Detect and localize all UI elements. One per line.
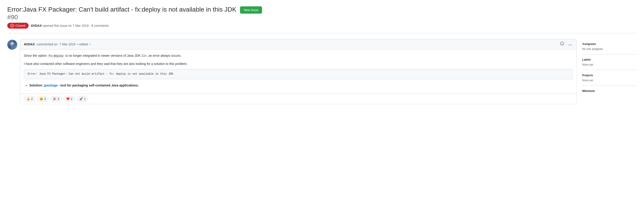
- svg-point-5: [568, 45, 569, 45]
- reaction-emoji: 😄: [40, 97, 43, 101]
- svg-point-7: [571, 45, 572, 45]
- closed-badge: Closed: [7, 23, 28, 29]
- reaction-count: 1: [84, 97, 86, 101]
- sidebar-labels: Labels None yet: [582, 54, 637, 70]
- projects-label: Projects: [582, 74, 637, 77]
- sidebar-milestone: Milestone: [582, 86, 637, 98]
- comment-block: AVDAX commented on 7 Mar 2019 • edited: [20, 39, 577, 104]
- labels-label: Labels: [582, 58, 637, 61]
- content-area: AVDAX commented on 7 Mar 2019 • edited: [7, 39, 637, 104]
- avatar: [7, 40, 17, 50]
- inline-code-fx-deploy: fx:deploy: [48, 54, 64, 58]
- labels-value: None yet: [582, 63, 637, 66]
- reaction-emoji: 🎉: [53, 97, 56, 101]
- author-link[interactable]: AVDAX: [31, 24, 42, 27]
- ellipsis-icon: [568, 44, 572, 45]
- comment-action: commented on: [36, 42, 58, 46]
- reaction-emoji: ❤️: [66, 97, 70, 101]
- body-paragraph-1: Since the option fx:deploy is no longer …: [24, 53, 573, 58]
- solution-prefix: Solution:: [29, 83, 44, 87]
- assignees-label: Assignees: [582, 42, 637, 46]
- issue-meta-text: AVDAX opened this issue on 7 Mar 2019 · …: [31, 24, 109, 27]
- issue-number: #90: [7, 14, 262, 21]
- reaction-pill[interactable]: 🚀1: [77, 96, 88, 102]
- sidebar-projects: Projects None yet: [582, 70, 637, 86]
- body-paragraph-2: I have also contacted other software eng…: [24, 61, 573, 66]
- closed-label: Closed: [16, 24, 26, 27]
- milestone-label: Milestone: [582, 89, 637, 93]
- more-options-button[interactable]: [568, 41, 573, 47]
- comment-header-left: AVDAX commented on 7 Mar 2019 • edited: [24, 42, 91, 46]
- chevron-down-icon: [88, 43, 91, 46]
- main-content: AVDAX commented on 7 Mar 2019 • edited: [7, 39, 577, 104]
- section-divider: [7, 33, 637, 33]
- comment-header: AVDAX commented on 7 Mar 2019 • edited: [20, 39, 576, 49]
- issue-title: Error:Java FX Packager: Can't build arti…: [7, 5, 236, 14]
- edited-indicator[interactable]: • edited: [77, 42, 91, 46]
- error-code-block: Error: Java FX Packager: Can not build a…: [24, 69, 573, 79]
- reaction-emoji: 👍: [26, 97, 30, 101]
- body-text-1: Since the option: [24, 54, 48, 57]
- comment-author[interactable]: AVDAX: [24, 42, 35, 46]
- comment-outer: AVDAX commented on 7 Mar 2019 • edited: [7, 39, 577, 104]
- body-text-2: is no longer integrated in newer version…: [64, 54, 182, 57]
- emoji-reaction-button[interactable]: [559, 41, 565, 47]
- reaction-pill[interactable]: 😄2: [37, 96, 48, 102]
- avatar-image: [7, 40, 17, 50]
- page-header: Error:Java FX Packager: Can't build arti…: [7, 5, 637, 21]
- solution-list: Solution: jpackage - tool for packaging …: [24, 83, 573, 88]
- sidebar-assignees: Assignees No one assigned: [582, 39, 637, 54]
- reaction-emoji: 🚀: [79, 97, 83, 101]
- reaction-count: 2: [31, 97, 33, 101]
- reactions-bar: 👍2😄2🎉2❤️2🚀1: [20, 93, 576, 104]
- smiley-icon: [560, 42, 564, 45]
- comment-date: 7 Mar 2019: [60, 42, 76, 46]
- solution-suffix: - tool for packaging self-contained Java…: [58, 83, 138, 87]
- edited-text: • edited: [77, 42, 88, 46]
- comment-body: Since the option fx:deploy is no longer …: [20, 49, 576, 93]
- issue-date: 7 Mar 2019: [73, 24, 89, 27]
- comment-header-right: [559, 41, 573, 47]
- comments-count: 6 comments: [91, 24, 108, 27]
- solution-item: Solution: jpackage - tool for packaging …: [29, 83, 573, 88]
- reaction-pill[interactable]: ❤️2: [64, 96, 75, 102]
- reaction-count: 2: [44, 97, 46, 101]
- issue-title-area: Error:Java FX Packager: Can't build arti…: [7, 5, 262, 21]
- svg-point-6: [570, 45, 571, 45]
- reaction-pill[interactable]: 🎉2: [50, 96, 62, 102]
- issue-meta-row: Closed AVDAX opened this issue on 7 Mar …: [7, 23, 637, 29]
- reaction-count: 2: [58, 97, 59, 101]
- reaction-pill[interactable]: 👍2: [24, 96, 35, 102]
- reaction-count: 2: [71, 97, 72, 101]
- new-issue-button[interactable]: New issue: [240, 6, 262, 14]
- closed-icon: [10, 24, 14, 27]
- assignees-value: No one assigned: [582, 47, 637, 51]
- issue-title-row: Error:Java FX Packager: Can't build arti…: [7, 5, 262, 14]
- meta-action: opened this issue on: [42, 24, 72, 27]
- jpackage-link[interactable]: jpackage: [44, 83, 58, 87]
- sidebar: Assignees No one assigned Labels None ye…: [582, 39, 637, 98]
- projects-value: None yet: [582, 79, 637, 82]
